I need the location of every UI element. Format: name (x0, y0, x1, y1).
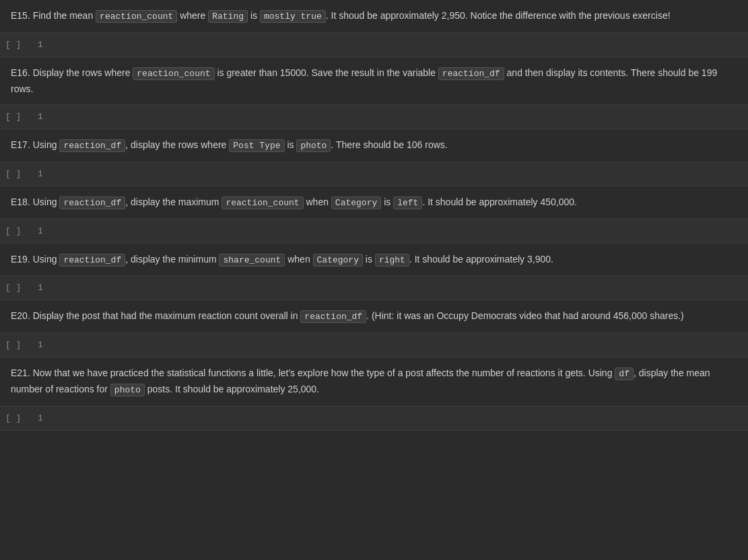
code-photo-1: photo (296, 139, 331, 152)
code-reaction-df-3: reaction_df (59, 197, 125, 209)
text-cell-e19: E19. Using reaction_df, display the mini… (0, 244, 748, 276)
text-cell-e18: E18. Using reaction_df, display the maxi… (0, 186, 748, 219)
text-cell-e16: E16. Display the rows where reaction_cou… (0, 57, 748, 104)
code-cell-e20[interactable]: [ ] 1 (0, 332, 748, 357)
cell-number-e16: 1 (38, 112, 43, 122)
cell-number-e18: 1 (38, 226, 43, 236)
code-reaction-df-2: reaction_df (59, 139, 125, 152)
e18-text: E18. Using reaction_df, display the maxi… (11, 195, 737, 211)
code-photo-2: photo (110, 384, 145, 396)
text-cell-e21: E21. Now that we have practiced the stat… (0, 357, 748, 406)
cell-number-e15: 1 (38, 40, 43, 50)
code-cell-e16[interactable]: [ ] 1 (0, 104, 748, 129)
cell-block-e19: E19. Using reaction_df, display the mini… (0, 244, 748, 301)
e20-text: E20. Display the post that had the maxim… (11, 308, 737, 324)
code-reaction-count-1: reaction_count (96, 10, 177, 23)
code-reaction-count-2: reaction_count (133, 67, 214, 80)
code-cell-e15[interactable]: [ ] 1 (0, 32, 748, 57)
cell-counter-e15: [ ] (5, 40, 32, 50)
code-category-2: Category (313, 254, 363, 267)
code-cell-e21[interactable]: [ ] 1 (0, 406, 748, 430)
notebook-container: E15. Find the mean reaction_count where … (0, 0, 748, 431)
cell-block-e17: E17. Using reaction_df, display the rows… (0, 129, 748, 186)
code-post-type: Post Type (229, 139, 284, 152)
cell-block-e15: E15. Find the mean reaction_count where … (0, 0, 748, 57)
code-df: df (615, 368, 634, 380)
e17-text: E17. Using reaction_df, display the rows… (11, 137, 737, 153)
e16-text: E16. Display the rows where reaction_cou… (11, 65, 737, 96)
code-cell-e17[interactable]: [ ] 1 (0, 162, 748, 186)
code-cell-e18[interactable]: [ ] 1 (0, 219, 748, 243)
e19-text: E19. Using reaction_df, display the mini… (11, 252, 737, 268)
cell-counter-e18: [ ] (5, 226, 32, 236)
cell-number-e21: 1 (38, 413, 43, 423)
cell-counter-e21: [ ] (5, 413, 32, 423)
text-cell-e20: E20. Display the post that had the maxim… (0, 300, 748, 332)
cell-counter-e16: [ ] (5, 112, 32, 122)
cell-counter-e20: [ ] (5, 340, 32, 350)
cell-number-e19: 1 (38, 283, 43, 293)
code-rating: Rating (208, 10, 248, 23)
text-cell-e17: E17. Using reaction_df, display the rows… (0, 129, 748, 162)
e15-text: E15. Find the mean reaction_count where … (11, 8, 737, 24)
code-category-1: Category (331, 197, 381, 209)
code-reaction-df-5: reaction_df (300, 310, 366, 323)
cell-number-e20: 1 (38, 340, 43, 350)
cell-number-e17: 1 (38, 169, 43, 179)
code-share-count: share_count (219, 254, 285, 267)
cell-block-e16: E16. Display the rows where reaction_cou… (0, 57, 748, 129)
cell-block-e21: E21. Now that we have practiced the stat… (0, 357, 748, 431)
cell-counter-e19: [ ] (5, 283, 32, 293)
code-reaction-df-1: reaction_df (438, 67, 504, 80)
cell-counter-e17: [ ] (5, 169, 32, 179)
e21-text: E21. Now that we have practiced the stat… (11, 365, 737, 398)
text-cell-e15: E15. Find the mean reaction_count where … (0, 0, 748, 32)
code-reaction-df-4: reaction_df (59, 254, 125, 267)
cell-block-e20: E20. Display the post that had the maxim… (0, 300, 748, 357)
code-cell-e19[interactable]: [ ] 1 (0, 275, 748, 300)
code-left: left (393, 197, 422, 209)
code-reaction-count-3: reaction_count (222, 197, 303, 209)
cell-block-e18: E18. Using reaction_df, display the maxi… (0, 186, 748, 244)
code-mostly-true: mostly true (260, 10, 326, 23)
code-right: right (375, 254, 409, 267)
